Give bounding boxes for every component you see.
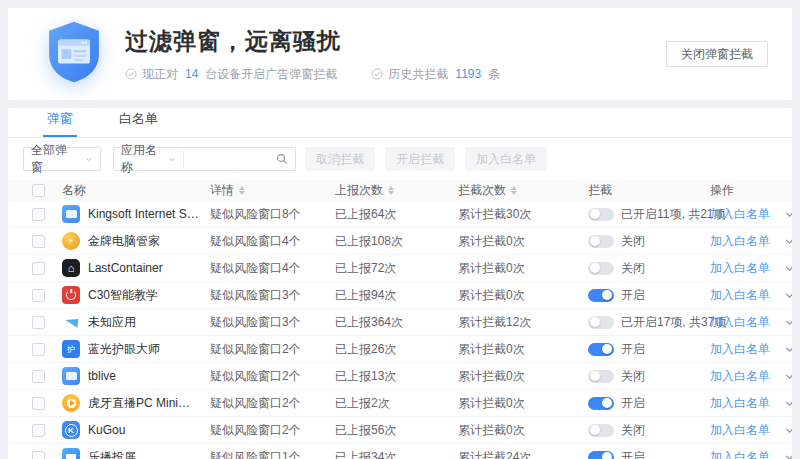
- add-whitelist-link[interactable]: 加入白名单: [710, 368, 770, 385]
- chevron-down-icon: [168, 155, 176, 164]
- toggle-label: 开启: [621, 449, 645, 459]
- toggle-label: 关闭: [621, 368, 645, 385]
- row-checkbox[interactable]: [32, 235, 45, 248]
- add-whitelist-link[interactable]: 加入白名单: [710, 260, 770, 277]
- block-toggle[interactable]: [588, 208, 614, 221]
- devices-stat-suffix: 台设备开启广告弹窗拦截: [205, 66, 337, 83]
- app-icon-lebo: [62, 448, 80, 459]
- expand-chevron-icon[interactable]: [784, 236, 792, 247]
- add-whitelist-link[interactable]: 加入白名单: [710, 341, 770, 358]
- column-reported[interactable]: 上报次数: [327, 182, 450, 199]
- block-toggle[interactable]: [588, 343, 614, 356]
- sort-icon[interactable]: [511, 186, 517, 195]
- history-stat: 历史共拦截1193条: [371, 66, 500, 83]
- detail-cell: 疑似风险窗口3个: [202, 287, 327, 304]
- detail-cell: 疑似风险窗口2个: [202, 422, 327, 439]
- toggle-cell: 开启: [580, 287, 702, 304]
- app-icon-c30: [62, 286, 80, 304]
- popup-type-select[interactable]: 全部弹窗: [23, 147, 101, 171]
- app-name: KuGou: [88, 423, 125, 437]
- row-checkbox[interactable]: [32, 316, 45, 329]
- expand-chevron-icon[interactable]: [784, 398, 792, 409]
- app-name: 虎牙直播PC Mini客户端: [88, 395, 202, 412]
- column-blocked[interactable]: 拦截次数: [450, 182, 580, 199]
- expand-chevron-icon[interactable]: [784, 209, 792, 220]
- row-checkbox[interactable]: [32, 343, 45, 356]
- add-whitelist-link[interactable]: 加入白名单: [710, 314, 770, 331]
- toggle-cell: 开启: [580, 449, 702, 459]
- app-icon-kugou: [62, 421, 80, 439]
- row-checkbox[interactable]: [32, 289, 45, 302]
- sort-icon[interactable]: [239, 186, 245, 195]
- reported-cell: 已上报72次: [327, 260, 450, 277]
- search-input[interactable]: [184, 149, 276, 169]
- expand-chevron-icon[interactable]: [784, 344, 792, 355]
- detail-cell: 疑似风险窗口4个: [202, 260, 327, 277]
- add-whitelist-button[interactable]: 加入白名单: [465, 147, 547, 171]
- blocked-cell: 累计拦截30次: [450, 206, 580, 223]
- expand-chevron-icon[interactable]: [784, 425, 792, 436]
- app-icon-tblive: [62, 367, 80, 385]
- enable-block-button[interactable]: 开启拦截: [385, 147, 455, 171]
- row-checkbox[interactable]: [32, 208, 45, 221]
- block-toggle[interactable]: [588, 397, 614, 410]
- block-toggle[interactable]: [588, 235, 614, 248]
- block-toggle[interactable]: [588, 424, 614, 437]
- add-whitelist-link[interactable]: 加入白名单: [710, 395, 770, 412]
- table-row: 未知应用 疑似风险窗口3个 已上报364次 累计拦截12次 已开启17项, 共3…: [8, 309, 792, 336]
- sort-icon[interactable]: [388, 186, 394, 195]
- reported-cell: 已上报94次: [327, 287, 450, 304]
- search-field-select[interactable]: 应用名称: [114, 151, 184, 167]
- table-row: 虎牙直播PC Mini客户端 疑似风险窗口2个 已上报2次 累计拦截0次 开启 …: [8, 390, 792, 417]
- expand-chevron-icon[interactable]: [784, 263, 792, 274]
- add-whitelist-link[interactable]: 加入白名单: [710, 449, 770, 459]
- app-icon-lastcontainer: [62, 259, 80, 277]
- blocked-cell: 累计拦截0次: [450, 233, 580, 250]
- row-checkbox[interactable]: [32, 397, 45, 410]
- expand-chevron-icon[interactable]: [784, 371, 792, 382]
- block-toggle[interactable]: [588, 370, 614, 383]
- cancel-block-button[interactable]: 取消拦截: [305, 147, 375, 171]
- block-toggle[interactable]: [588, 451, 614, 459]
- expand-chevron-icon[interactable]: [784, 317, 792, 328]
- devices-stat-value: 14: [185, 67, 198, 81]
- toggle-cell: 开启: [580, 395, 702, 412]
- add-whitelist-link[interactable]: 加入白名单: [710, 422, 770, 439]
- table-row: 乐播投屏 疑似风险窗口1个 已上报34次 累计拦截24次 开启 加入白名单: [8, 444, 792, 459]
- close-popup-block-button[interactable]: 关闭弹窗拦截: [666, 41, 768, 67]
- row-checkbox[interactable]: [32, 451, 45, 459]
- app-cell: LastContainer: [54, 259, 202, 277]
- app-icon-unknown-app: [62, 313, 80, 331]
- detail-cell: 疑似风险窗口3个: [202, 314, 327, 331]
- app-icon-eye-care: [62, 340, 80, 358]
- row-checkbox[interactable]: [32, 262, 45, 275]
- add-whitelist-link[interactable]: 加入白名单: [710, 206, 770, 223]
- block-toggle[interactable]: [588, 316, 614, 329]
- history-stat-prefix: 历史共拦截: [388, 66, 448, 83]
- add-whitelist-link[interactable]: 加入白名单: [710, 287, 770, 304]
- action-cell: 加入白名单: [702, 260, 792, 277]
- action-cell: 加入白名单: [702, 341, 792, 358]
- expand-chevron-icon[interactable]: [784, 290, 792, 301]
- block-toggle[interactable]: [588, 289, 614, 302]
- tab-whitelist[interactable]: 白名单: [115, 110, 162, 137]
- row-checkbox[interactable]: [32, 370, 45, 383]
- app-cell: tblive: [54, 367, 202, 385]
- block-toggle[interactable]: [588, 262, 614, 275]
- popup-type-select-value: 全部弹窗: [31, 142, 71, 176]
- action-cell: 加入白名单: [702, 395, 792, 412]
- search-icon[interactable]: [276, 153, 288, 165]
- app-name: Kingsoft Internet Security: [88, 207, 202, 221]
- column-detail[interactable]: 详情: [202, 182, 327, 199]
- app-icon-gold-guard: [62, 232, 80, 250]
- expand-chevron-icon[interactable]: [784, 452, 792, 459]
- app-name: 金牌电脑管家: [88, 233, 160, 250]
- tab-popup[interactable]: 弹窗: [43, 110, 77, 137]
- toggle-label: 关闭: [621, 233, 645, 250]
- app-cell: 乐播投屏: [54, 448, 202, 459]
- row-checkbox[interactable]: [32, 424, 45, 437]
- select-all-checkbox[interactable]: [32, 184, 45, 197]
- add-whitelist-link[interactable]: 加入白名单: [710, 233, 770, 250]
- app-icon-kingsoft: [62, 205, 80, 223]
- hero-card: 过滤弹窗，远离骚扰 现正对14台设备开启广告弹窗拦截 历史共拦截1193条 关闭…: [8, 8, 792, 100]
